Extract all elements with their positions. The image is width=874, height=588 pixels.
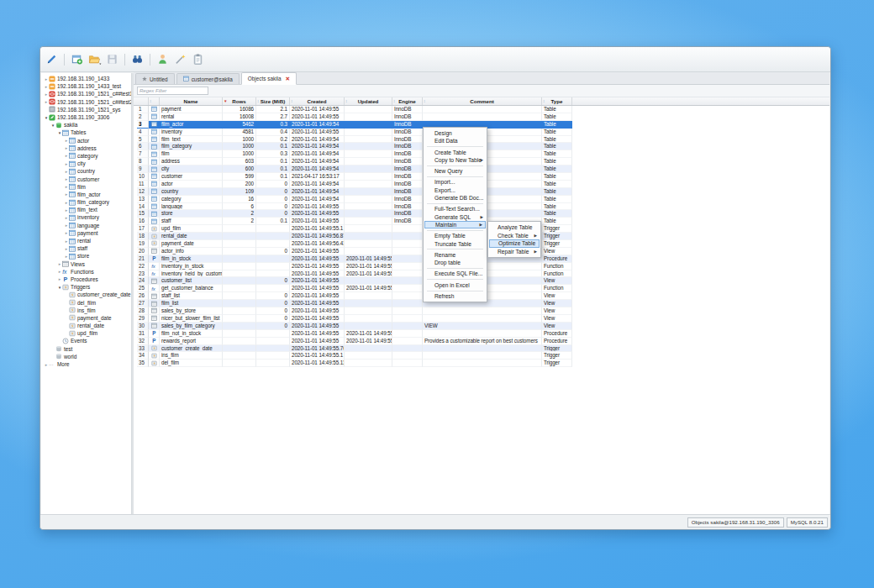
object-row-sales-by-film-category[interactable]: 30sales_by_film_category02020-11-01 14:4… bbox=[137, 323, 572, 330]
object-row-film-category[interactable]: 6film_category10000.12020-11-01 14:49:54… bbox=[137, 143, 572, 150]
object-row-film-actor[interactable]: 3film_actor54620.32020-11-01 14:49:54Inn… bbox=[137, 121, 572, 129]
tree-item-world[interactable]: world bbox=[41, 353, 131, 360]
menu-item-new-query[interactable]: New Query bbox=[424, 167, 486, 175]
tree-item-payment[interactable]: ▸payment bbox=[41, 229, 131, 237]
tab-close-icon[interactable]: ✕ bbox=[286, 76, 290, 82]
tree-item-sakila[interactable]: ▾sakila bbox=[41, 121, 131, 129]
tree-item-rental[interactable]: ▸rental bbox=[41, 237, 131, 244]
object-row-inventory-held-by-customer[interactable]: 23fxinventory_held_by_customer2020-11-01… bbox=[137, 270, 572, 278]
column-header-engine[interactable]: ↕Engine bbox=[392, 97, 423, 105]
menu-item-execute-sql-file[interactable]: Execute SQL File... bbox=[424, 270, 486, 277]
object-row-film-not-in-stock[interactable]: 31Pfilm_not_in_stock2020-11-01 14:49:552… bbox=[137, 330, 572, 338]
find-button[interactable] bbox=[129, 51, 145, 67]
object-row-payment[interactable]: 1payment160862.12020-11-01 14:49:55InnoD… bbox=[137, 106, 572, 113]
tree-item-customer[interactable]: ▸customer bbox=[41, 175, 131, 182]
tree-item-triggers[interactable]: ▾Triggers bbox=[41, 283, 131, 291]
tree-item-film-actor[interactable]: ▸film_actor bbox=[41, 191, 131, 198]
object-row-sales-by-store[interactable]: 28sales_by_store02020-11-01 14:49:55View bbox=[137, 307, 572, 315]
object-row-film-text[interactable]: 5film_text10000.22020-11-01 14:49:54Inno… bbox=[137, 136, 572, 144]
wand-button[interactable] bbox=[172, 51, 188, 67]
tree-item-events[interactable]: Events bbox=[41, 337, 131, 344]
menu-item-rename[interactable]: Rename bbox=[424, 251, 486, 259]
menu-item-analyze-table[interactable]: Analyze Table bbox=[489, 223, 540, 232]
object-row-city[interactable]: 9city6000.12020-11-01 14:49:54InnoDBTabl… bbox=[137, 165, 572, 173]
pen-button[interactable] bbox=[44, 51, 60, 67]
tree-item-customer-create-date[interactable]: customer_create_date bbox=[41, 291, 131, 298]
tree-item-del-film[interactable]: del_film bbox=[41, 298, 131, 306]
object-row-customer-list[interactable]: 24customer_list02020-11-01 14:49:55View bbox=[137, 277, 572, 285]
tree-item-payment-date[interactable]: payment_date bbox=[41, 314, 131, 322]
tree-item-city[interactable]: ▸city bbox=[41, 160, 131, 167]
tree-item-staff[interactable]: ▸staff bbox=[41, 244, 131, 252]
tree-item-language[interactable]: ▸language bbox=[41, 222, 131, 229]
menu-item-open-in-excel[interactable]: Open in Excel bbox=[424, 281, 486, 289]
object-row-staff-list[interactable]: 26staff_list02020-11-01 14:49:55View bbox=[137, 292, 572, 300]
menu-item-drop-table[interactable]: Drop table bbox=[424, 259, 486, 266]
tree-item-address[interactable]: ▸address bbox=[41, 144, 131, 152]
tree-item-inventory[interactable]: ▸inventory bbox=[41, 213, 131, 221]
tree-item-192-168-31-190-1521-c-test1[interactable]: ▸192.168.31.190_1521_c##test1 bbox=[41, 90, 131, 97]
menu-item-generate-sql[interactable]: Generate SQL▶ bbox=[424, 213, 486, 221]
tree-item-film-category[interactable]: ▸film_category bbox=[41, 198, 131, 206]
object-row-film[interactable]: 7film10000.32020-11-01 14:49:54InnoDBTab… bbox=[137, 150, 572, 158]
tree-item-192-168-31-190-1521-sys[interactable]: 192.168.31.190_1521_sys bbox=[41, 106, 131, 113]
object-row-store[interactable]: 15store202020-11-01 14:49:55InnoDBTable bbox=[137, 210, 572, 218]
tree-item-actor[interactable]: ▸actor bbox=[41, 137, 131, 144]
object-row-address[interactable]: 8address6030.12020-11-01 14:49:54InnoDBT… bbox=[137, 158, 572, 165]
menu-item-refresh[interactable]: Refresh bbox=[424, 292, 486, 300]
object-row-language[interactable]: 14language602020-11-01 14:49:55InnoDBTab… bbox=[137, 203, 572, 211]
tree-item-ins-film[interactable]: ins_film bbox=[41, 307, 131, 314]
column-header-size[interactable]: ↕Size (MiB) bbox=[256, 97, 290, 105]
menu-item-truncate-table[interactable]: Truncate Table bbox=[424, 240, 486, 248]
tree-item-category[interactable]: ▸category bbox=[41, 152, 131, 160]
tree-item-upd-film[interactable]: upd_film bbox=[41, 329, 131, 337]
user-button[interactable] bbox=[155, 51, 171, 67]
menu-item-check-table[interactable]: Check Table▶ bbox=[489, 232, 540, 240]
object-row-get-customer-balance[interactable]: 25fxget_customer_balance2020-11-01 14:49… bbox=[137, 285, 572, 292]
menu-item-generate-db-doc[interactable]: Generate DB Doc... bbox=[424, 194, 486, 202]
tree-item-film-text[interactable]: ▸film_text bbox=[41, 206, 131, 213]
menu-item-repair-table[interactable]: Repair Table▶ bbox=[489, 248, 540, 256]
new-window-button[interactable] bbox=[69, 51, 85, 67]
menu-item-create-table[interactable]: Create Table bbox=[424, 149, 486, 156]
object-row-inventory[interactable]: 4inventory45810.42020-11-01 14:49:55Inno… bbox=[137, 129, 572, 136]
menu-item-edit-data[interactable]: Edit Data bbox=[424, 137, 486, 144]
object-row-rental[interactable]: 2rental160082.72020-11-01 14:49:55InnoDB… bbox=[137, 113, 572, 121]
regex-filter-input[interactable] bbox=[137, 87, 208, 95]
clipboard-button[interactable] bbox=[190, 51, 206, 67]
tab-objects-sakila[interactable]: Objects sakila✕ bbox=[241, 72, 297, 85]
tab-untitled[interactable]: Untitled bbox=[135, 73, 175, 84]
tree-item-tables[interactable]: ▾Tables bbox=[41, 129, 131, 136]
tree-item-views[interactable]: ▸Views bbox=[41, 260, 131, 268]
menu-item-design[interactable]: Design bbox=[424, 129, 486, 137]
object-row-nicer-but-slower-film-list[interactable]: 29nicer_but_slower_film_list02020-11-01 … bbox=[137, 315, 572, 323]
object-row-del-film[interactable]: 35del_film2020-11-01 14:49:55.11Trigger bbox=[137, 360, 572, 367]
menu-item-export[interactable]: Export... bbox=[424, 186, 486, 194]
tree-item-country[interactable]: ▸country bbox=[41, 167, 131, 175]
menu-item-empty-table[interactable]: Empty Table bbox=[424, 232, 486, 239]
tree-item-192-168-31-190-1433[interactable]: ▸192.168.31.190_1433 bbox=[41, 75, 131, 82]
open-folder-button[interactable] bbox=[87, 51, 103, 67]
menu-item-optimize-table[interactable]: Optimize Table bbox=[489, 239, 540, 248]
column-header-rows[interactable]: ▼Rows bbox=[223, 97, 256, 105]
column-header-type[interactable]: ↕Type bbox=[542, 97, 572, 105]
object-row-rewards-report[interactable]: 32Prewards_report2020-11-01 14:49:552020… bbox=[137, 338, 572, 345]
tree-item-192-168-31-190-1433-test[interactable]: ▸192.168.31.190_1433_test bbox=[41, 82, 131, 90]
tree-item-procedures[interactable]: ▸PProcedures bbox=[41, 276, 131, 283]
object-row-ins-film[interactable]: 34ins_film2020-11-01 14:49:55.1Trigger bbox=[137, 352, 572, 360]
tree-item-functions[interactable]: ▸fxFunctions bbox=[41, 268, 131, 276]
tree-item-rental-date[interactable]: rental_date bbox=[41, 322, 131, 329]
column-header-created[interactable]: ↕Created bbox=[290, 97, 345, 105]
object-row-category[interactable]: 13category1602020-11-01 14:49:54InnoDBTa… bbox=[137, 196, 572, 203]
object-row-customer-create-date[interactable]: 33customer_create_date2020-11-01 14:49:5… bbox=[137, 345, 572, 353]
column-header-num[interactable] bbox=[137, 97, 149, 105]
tree-item-store[interactable]: ▸store bbox=[41, 252, 131, 260]
object-row-actor[interactable]: 11actor20002020-11-01 14:49:54InnoDBTabl… bbox=[137, 181, 572, 188]
tree-item-192-168-31-190-1521-c-test2[interactable]: ▸192.168.31.190_1521_c##test2 bbox=[41, 98, 131, 106]
tree-item-more[interactable]: ▸···More bbox=[41, 360, 131, 368]
column-header-comment[interactable]: ↕Comment bbox=[423, 97, 542, 105]
tab-customer-sakila[interactable]: customer@sakila bbox=[176, 73, 240, 84]
menu-item-maintain[interactable]: Maintain▶ bbox=[424, 221, 486, 228]
column-header-icon[interactable]: ↕ bbox=[149, 97, 160, 105]
tree-item-192-168-31-190-3306[interactable]: ▾192.168.31.190_3306 bbox=[41, 113, 131, 121]
